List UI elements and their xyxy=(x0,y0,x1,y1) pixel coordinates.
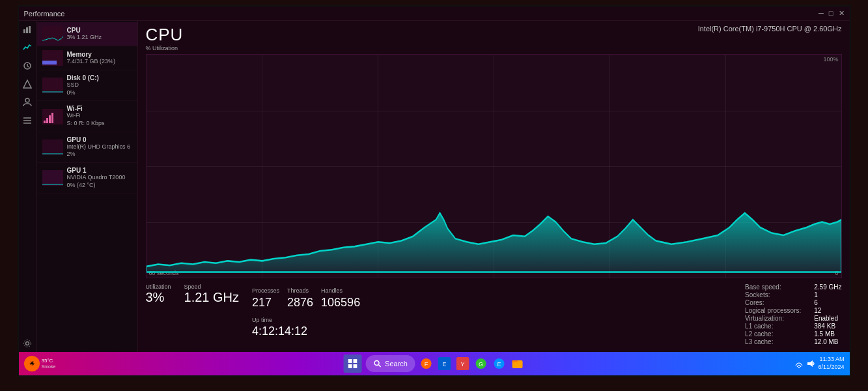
taskbar-app-5[interactable]: E xyxy=(492,356,507,371)
svg-text:E: E xyxy=(443,361,447,368)
gpu0-info: GPU 0 Intel(R) UHD Graphics 6 2% xyxy=(67,136,132,158)
sidebar-icons xyxy=(19,21,37,352)
gpu0-sub2: 2% xyxy=(67,151,132,158)
processes-label: Processes xyxy=(252,287,279,294)
memory-sub: 7.4/31.7 GB (23%) xyxy=(67,58,132,66)
wifi-bar-4 xyxy=(51,113,53,123)
stat-uptime: Up time 4:12:14:12 xyxy=(252,313,360,338)
maximize-icon[interactable]: □ xyxy=(829,9,833,18)
taskbar-app-1[interactable]: F xyxy=(419,356,434,371)
l2-label: L2 cache: xyxy=(745,330,801,338)
cpu-name: CPU xyxy=(67,27,132,34)
taskbar-windows-button[interactable] xyxy=(343,355,361,373)
resource-item-disk[interactable]: Disk 0 (C:) SSD 0% xyxy=(37,70,137,101)
volume-icon xyxy=(806,359,815,368)
svg-text:G: G xyxy=(479,361,483,368)
taskbar-weather-icon: ☀ xyxy=(24,356,40,371)
resource-item-memory[interactable]: Memory 7.4/31.7 GB (23%) xyxy=(37,46,137,70)
cores-label: Cores: xyxy=(745,299,801,306)
taskbar-app-files[interactable] xyxy=(511,356,525,371)
stat-threads: Threads 2876 xyxy=(287,283,313,310)
sidebar-icon-graph[interactable] xyxy=(21,23,33,35)
taskbar-start-area[interactable]: ☀ 35°C Smoke xyxy=(24,356,56,371)
sidebar-icon-users[interactable] xyxy=(21,96,33,108)
taskbar-time-area: 11:33 AM 6/11/2024 xyxy=(818,356,844,371)
disk-thumbnail xyxy=(42,78,63,93)
network-icon xyxy=(794,359,804,368)
taskbar-center: Search F E Y G E xyxy=(343,355,525,373)
resource-list: CPU 3% 1.21 GHz Memory 7.4/31.7 GB (23%) xyxy=(37,21,138,352)
wifi-bar-2 xyxy=(46,118,48,123)
close-icon[interactable]: ✕ xyxy=(839,9,845,18)
gpu1-sub2: 0% (42 °C) xyxy=(67,182,132,190)
sidebar-icon-details[interactable] xyxy=(21,115,33,126)
threads-label: Threads xyxy=(287,287,309,294)
taskbar-right: 11:33 AM 6/11/2024 xyxy=(794,356,844,371)
wifi-bar-1 xyxy=(44,121,46,123)
cpu-title-area: CPU % Utilization xyxy=(146,25,184,53)
sockets-value: 1 xyxy=(814,291,841,298)
gpu0-name: GPU 0 xyxy=(67,136,132,143)
threads-value: 2876 xyxy=(287,296,313,309)
stat-utilization: Utilization 3% xyxy=(146,283,171,345)
cores-value: 6 xyxy=(814,299,841,306)
svg-line-19 xyxy=(378,365,380,367)
logical-label: Logical processors: xyxy=(745,307,801,314)
sidebar-icon-history[interactable] xyxy=(21,60,33,72)
sidebar-icon-startup[interactable] xyxy=(21,78,33,90)
cpu-title: CPU xyxy=(146,25,184,45)
stat-processes-threads-handles: Processes 217 Threads 2876 Handles 10659… xyxy=(252,283,360,345)
panel-header: CPU % Utilization Intel(R) Core(TM) i7-9… xyxy=(146,25,842,53)
uptime-value: 4:12:14:12 xyxy=(252,325,307,338)
virtualization-value: Enabled xyxy=(814,315,841,322)
title-bar-text: Performance xyxy=(24,10,65,18)
sidebar-icon-settings[interactable] xyxy=(21,338,33,349)
l1-label: L1 cache: xyxy=(745,323,801,330)
svg-marker-4 xyxy=(23,80,31,88)
taskbar-app-4[interactable]: G xyxy=(474,356,488,371)
cpu-info: CPU 3% 1.21 GHz xyxy=(67,27,132,42)
speed-stat-label: Speed xyxy=(184,283,239,290)
cpu-thumbnail xyxy=(42,26,63,42)
memory-name: Memory xyxy=(67,51,132,58)
l3-label: L3 cache: xyxy=(745,338,801,345)
svg-text:Y: Y xyxy=(461,361,465,368)
sockets-label: Sockets: xyxy=(745,291,801,298)
gpu1-sub1: NVIDIA Quadro T2000 xyxy=(67,174,132,182)
cpu-graph-svg xyxy=(147,55,841,278)
svg-text:E: E xyxy=(497,361,501,368)
utilization-label: % Utilization xyxy=(146,45,184,51)
resource-item-cpu[interactable]: CPU 3% 1.21 GHz xyxy=(37,22,137,46)
resource-item-gpu0[interactable]: GPU 0 Intel(R) UHD Graphics 6 2% xyxy=(37,132,137,163)
taskbar-date: 6/11/2024 xyxy=(818,364,844,371)
svg-rect-0 xyxy=(23,29,25,33)
sidebar-icon-performance[interactable] xyxy=(21,42,33,53)
base-speed-value: 2.59 GHz xyxy=(814,283,841,291)
resource-item-gpu1[interactable]: GPU 1 NVIDIA Quadro T2000 0% (42 °C) xyxy=(37,163,137,194)
gpu1-info: GPU 1 NVIDIA Quadro T2000 0% (42 °C) xyxy=(67,167,132,189)
wifi-thumbnail xyxy=(42,109,63,124)
wifi-info: Wi-Fi Wi-Fi S: 0 R: 0 Kbps xyxy=(67,105,132,127)
memory-thumbnail xyxy=(42,50,63,66)
wifi-name: Wi-Fi xyxy=(67,105,132,112)
svg-rect-1 xyxy=(26,27,28,33)
cpu-main-panel: CPU % Utilization Intel(R) Core(TM) i7-9… xyxy=(138,21,850,352)
taskbar-app-3[interactable]: Y xyxy=(456,356,470,371)
right-stats: Base speed: 2.59 GHz Sockets: 1 Cores: 6… xyxy=(745,283,841,345)
svg-rect-17 xyxy=(353,364,357,368)
memory-info: Memory 7.4/31.7 GB (23%) xyxy=(67,51,132,66)
l3-value: 12.0 MB xyxy=(814,338,841,345)
stat-handles: Handles 106596 xyxy=(321,283,360,310)
title-bar-controls: ─ □ ✕ xyxy=(819,9,844,18)
taskbar-search-bar[interactable]: Search xyxy=(365,355,415,372)
taskbar-app-2[interactable]: E xyxy=(438,356,452,371)
wifi-sub2: S: 0 R: 0 Kbps xyxy=(67,120,132,128)
resource-item-wifi[interactable]: Wi-Fi Wi-Fi S: 0 R: 0 Kbps xyxy=(37,101,137,132)
logical-value: 12 xyxy=(814,307,841,314)
l2-value: 1.5 MB xyxy=(814,330,841,338)
search-label: Search xyxy=(385,360,408,368)
svg-point-18 xyxy=(374,361,379,366)
handles-label: Handles xyxy=(321,287,343,294)
minimize-icon[interactable]: ─ xyxy=(819,9,824,18)
wifi-bar-3 xyxy=(49,115,51,123)
